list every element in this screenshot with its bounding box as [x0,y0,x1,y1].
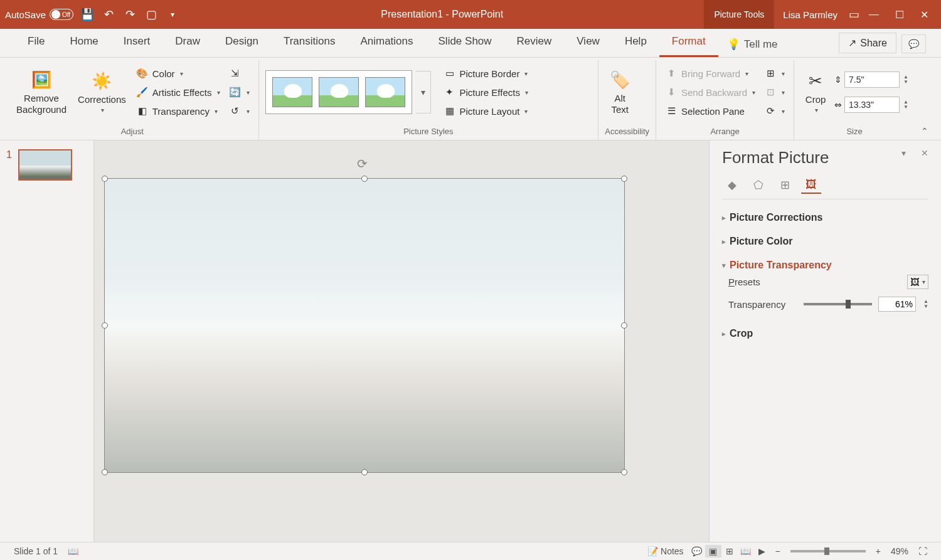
maximize-button[interactable]: ☐ [893,6,906,23]
group-label-arrange: Arrange [662,124,787,140]
reset-picture-button[interactable]: ↺▾ [226,103,252,119]
context-tab-picture-tools[interactable]: Picture Tools [704,0,774,29]
selection-pane-button[interactable]: ☰Selection Pane [662,103,758,119]
corrections-button[interactable]: ☀️ Corrections▾ [74,68,130,117]
crop-button[interactable]: ✂ Crop▾ [800,68,831,117]
transparency-value-input[interactable] [878,297,916,312]
section-picture-color[interactable]: ▸Picture Color [722,236,928,247]
tab-draw[interactable]: Draw [162,29,213,57]
section-picture-transparency[interactable]: ▾Picture Transparency [722,260,928,271]
resize-handle-n[interactable] [361,176,368,182]
pane-options-icon[interactable]: ▾ [901,148,906,158]
width-down[interactable]: ▼ [903,105,908,110]
comments-status-icon[interactable]: 💬 [689,545,705,557]
pane-title: Format Picture [722,148,829,167]
style-preset-2[interactable] [319,77,359,107]
picture-effects-button[interactable]: ✦Picture Effects▾ [441,84,531,100]
tab-format[interactable]: Format [659,29,718,57]
share-button[interactable]: ↗ Share [839,33,896,53]
color-icon: 🎨 [136,67,149,80]
sorter-view-button[interactable]: ⊞ [721,545,738,557]
reading-view-button[interactable]: 📖 [738,545,754,557]
tab-file[interactable]: File [15,29,57,57]
tell-me-search[interactable]: 💡 Tell me [718,31,787,57]
tab-animations[interactable]: Animations [348,29,425,57]
undo-icon[interactable]: ↶ [101,7,116,22]
search-icon: 💡 [727,38,740,51]
resize-handle-ne[interactable] [621,176,627,182]
slide-canvas[interactable]: ⟳ [94,140,709,542]
artistic-effects-button[interactable]: 🖌️Artistic Effects▾ [134,84,223,100]
resize-handle-sw[interactable] [102,469,108,475]
resize-handle-nw[interactable] [102,176,108,182]
save-icon[interactable]: 💾 [80,7,95,22]
zoom-value[interactable]: 49% [886,546,913,556]
alt-text-button[interactable]: 🏷️ Alt Text [605,66,635,118]
ribbon-display-icon[interactable]: ▭ [846,7,861,22]
notes-button[interactable]: 📝 Notes [642,546,689,556]
transparency-slider[interactable] [804,303,872,305]
pane-tab-size[interactable]: ⊞ [775,176,795,194]
tab-insert[interactable]: Insert [111,29,163,57]
slide-thumbnail-1[interactable] [18,149,72,181]
comments-button[interactable]: 💬 [901,34,926,53]
fit-to-window-button[interactable]: ⛶ [913,546,932,556]
pane-tab-effects[interactable]: ⬠ [748,176,768,194]
presets-label: Presets [728,277,797,287]
close-button[interactable]: ✕ [918,6,931,23]
pane-tab-fill[interactable]: ◆ [722,176,742,194]
tab-slideshow[interactable]: Slide Show [426,29,504,57]
styles-gallery-more[interactable]: ▾ [416,71,431,114]
transparency-button[interactable]: ◧Transparency▾ [134,103,223,119]
tab-view[interactable]: View [564,29,612,57]
tab-transitions[interactable]: Transitions [271,29,348,57]
tab-help[interactable]: Help [612,29,659,57]
style-preset-3[interactable] [365,77,405,107]
resize-handle-w[interactable] [102,322,108,329]
present-icon[interactable]: ▢ [144,7,159,22]
compress-button[interactable]: ⇲ [226,65,252,82]
slideshow-view-button[interactable]: ▶ [754,545,770,557]
style-preset-1[interactable] [272,77,312,107]
selected-picture[interactable]: ⟳ [104,178,625,473]
change-picture-icon: 🔄 [229,86,242,98]
pane-tab-picture[interactable]: 🖼 [801,176,821,194]
rotate-handle[interactable]: ⟳ [357,156,368,171]
picture-layout-button[interactable]: ▦Picture Layout▾ [441,103,531,119]
spellcheck-icon[interactable]: 📖 [63,546,83,556]
color-button[interactable]: 🎨Color▾ [134,65,223,82]
transparency-down[interactable]: ▼ [923,304,928,309]
group-adjust: 🖼️ Remove Background ☀️ Corrections▾ 🎨Co… [6,60,259,140]
user-name[interactable]: Lisa Parmley [774,9,846,20]
picture-border-button[interactable]: ▭Picture Border▾ [441,65,531,82]
remove-background-button[interactable]: 🖼️ Remove Background [13,66,70,118]
group-icon: ⊡ [764,86,777,98]
change-picture-button[interactable]: 🔄▾ [226,84,252,100]
normal-view-button[interactable]: ▣ [705,545,721,557]
minimize-button[interactable]: — [866,6,881,23]
redo-icon[interactable]: ↷ [122,7,137,22]
pane-close-icon[interactable]: ✕ [921,148,928,158]
zoom-in-button[interactable]: + [871,546,886,556]
autosave-toggle[interactable]: AutoSave Off [5,9,73,20]
section-picture-corrections[interactable]: ▸Picture Corrections [722,212,928,223]
height-down[interactable]: ▼ [903,80,908,85]
width-input[interactable]: 13.33" [844,97,900,113]
resize-handle-e[interactable] [621,322,627,329]
picture-styles-gallery[interactable] [265,70,412,114]
align-button[interactable]: ⊞▾ [762,65,787,82]
zoom-slider[interactable] [790,550,866,552]
tab-design[interactable]: Design [213,29,271,57]
height-input[interactable]: 7.5" [844,71,900,88]
section-crop[interactable]: ▸Crop [722,328,928,339]
qat-more-icon[interactable]: ▾ [165,7,180,22]
resize-handle-s[interactable] [361,469,368,475]
rotate-button[interactable]: ⟳▾ [762,103,787,119]
resize-handle-se[interactable] [621,469,627,475]
tab-review[interactable]: Review [504,29,565,57]
transparency-presets-button[interactable]: 🖼▾ [907,275,928,289]
slide-info[interactable]: Slide 1 of 1 [9,546,63,556]
zoom-out-button[interactable]: − [770,546,785,556]
collapse-ribbon-button[interactable]: ⌃ [915,122,935,140]
tab-home[interactable]: Home [57,29,110,57]
